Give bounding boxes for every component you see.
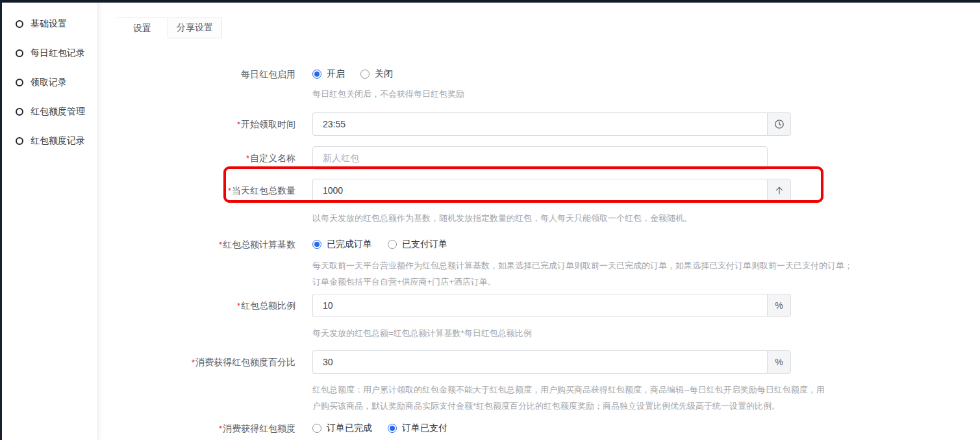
sidebar-item-daily-redpacket-record[interactable]: 每日红包记录 xyxy=(2,38,97,68)
radio-option-completed-order[interactable]: 已完成订单 xyxy=(312,239,372,250)
radio-option-order-completed[interactable]: 订单已完成 xyxy=(312,422,372,434)
form-row-consume-quota: *消费获得红包额度 订单已完成 订单已支付 获取红包额度：用户购买商品产生的红包… xyxy=(99,422,980,440)
radio-option-order-paid[interactable]: 订单已支付 xyxy=(388,422,447,434)
field-label: *自定义名称 xyxy=(99,146,295,164)
required-asterisk: * xyxy=(228,186,231,196)
field-label: *红包总额计算基数 xyxy=(99,238,295,251)
sidebar-item-label: 领取记录 xyxy=(31,77,67,88)
percent-suffix: % xyxy=(767,350,791,374)
field-help-text: 每日红包关闭后，不会获得每日红包奖励 xyxy=(312,86,980,102)
sidebar-item-quota-record[interactable]: 红包额度记录 xyxy=(2,126,97,155)
field-help-text: 红包总额度：用户累计领取的红包金额不能大于红包总额度，用户购买商品获得红包额度，… xyxy=(312,382,980,414)
radio-option-paid-order[interactable]: 已支付订单 xyxy=(388,239,447,250)
circle-icon xyxy=(16,79,23,86)
sidebar-item-claim-record[interactable]: 领取记录 xyxy=(2,68,97,97)
required-asterisk: * xyxy=(219,240,222,250)
sidebar: 基础设置 每日红包记录 领取记录 红包额度管理 红包额度记录 xyxy=(2,3,98,440)
total-ratio-input[interactable] xyxy=(312,294,767,317)
circle-icon xyxy=(16,137,23,145)
radio-unchecked-icon xyxy=(388,240,397,249)
circle-icon xyxy=(16,20,23,28)
sidebar-item-basic-settings[interactable]: 基础设置 xyxy=(2,9,97,38)
tab-settings[interactable]: 设置 xyxy=(117,18,168,38)
sidebar-item-quota-management[interactable]: 红包额度管理 xyxy=(2,97,97,126)
radio-checked-icon xyxy=(312,240,321,249)
required-asterisk: * xyxy=(192,357,195,367)
field-label: *当天红包总数量 xyxy=(99,179,295,197)
field-label: *消费获得红包额度 xyxy=(99,422,295,435)
circle-icon xyxy=(16,108,23,116)
window-left-edge xyxy=(0,0,2,440)
tab-bar: 设置 分享设置 xyxy=(117,18,222,38)
arrow-up-icon[interactable] xyxy=(767,179,791,202)
daily-count-input[interactable] xyxy=(312,179,767,202)
field-label: *红包总额比例 xyxy=(99,294,295,312)
form-row-daily-count: *当天红包总数量 以每天发放的红包总额作为基数，随机发放指定数量的红包，每人每天… xyxy=(99,179,980,226)
field-help-text: 每天发放的红包总额=红包总额计算基数*每日红包总额比例 xyxy=(312,325,980,341)
radio-label: 已支付订单 xyxy=(402,239,447,250)
radio-checked-icon xyxy=(312,70,321,79)
percent-suffix: % xyxy=(767,294,791,317)
sidebar-item-label: 红包额度记录 xyxy=(31,135,85,147)
settings-form: 每日红包启用 开启 关闭 每日红包关闭后，不会获得每日红包奖励 *开始领取时间 xyxy=(99,68,980,440)
radio-checked-icon xyxy=(388,424,397,433)
field-label: *开始领取时间 xyxy=(99,112,295,131)
custom-name-input[interactable] xyxy=(312,146,768,170)
main-content: 设置 分享设置 每日红包启用 开启 关闭 每日红包关闭后，不会获得每日红包奖励 xyxy=(99,3,980,440)
start-time-input[interactable] xyxy=(312,112,767,136)
sidebar-item-label: 红包额度管理 xyxy=(31,106,85,118)
radio-label: 订单已支付 xyxy=(402,422,447,434)
radio-unchecked-icon xyxy=(312,424,321,433)
form-row-total-ratio: *红包总额比例 % 每天发放的红包总额=红包总额计算基数*每日红包总额比例 xyxy=(99,294,980,341)
field-help-text: 每天取前一天平台营业额作为红包总额计算基数，如果选择已完成订单则取前一天已完成的… xyxy=(312,257,980,290)
field-label: 每日红包启用 xyxy=(99,68,295,80)
field-help-text: 以每天发放的红包总额作为基数，随机发放指定数量的红包，每人每天只能领取一个红包，… xyxy=(312,210,980,226)
form-row-total-base: *红包总额计算基数 已完成订单 已支付订单 每天取前一天平台营业额作为红包总额计… xyxy=(99,238,980,290)
required-asterisk: * xyxy=(219,424,222,434)
required-asterisk: * xyxy=(237,301,240,311)
radio-label: 订单已完成 xyxy=(327,422,372,434)
required-asterisk: * xyxy=(237,120,240,129)
clock-icon[interactable] xyxy=(767,112,791,136)
sidebar-item-label: 每日红包记录 xyxy=(31,47,85,59)
form-row-daily-enable: 每日红包启用 开启 关闭 每日红包关闭后，不会获得每日红包奖励 xyxy=(99,68,980,102)
consume-percent-input[interactable] xyxy=(312,350,767,374)
form-row-consume-percent: *消费获得红包额度百分比 % 红包总额度：用户累计领取的红包金额不能大于红包总额… xyxy=(99,350,980,414)
radio-option-enable-on[interactable]: 开启 xyxy=(312,68,345,80)
form-row-start-time: *开始领取时间 xyxy=(99,112,980,136)
required-asterisk: * xyxy=(246,153,249,163)
form-row-custom-name: *自定义名称 xyxy=(99,146,980,170)
radio-label: 关闭 xyxy=(375,68,393,80)
radio-option-enable-off[interactable]: 关闭 xyxy=(360,68,393,80)
radio-unchecked-icon xyxy=(360,70,370,79)
radio-label: 已完成订单 xyxy=(327,239,372,250)
window-top-edge xyxy=(0,0,980,3)
field-label: *消费获得红包额度百分比 xyxy=(99,350,295,369)
tab-share-settings[interactable]: 分享设置 xyxy=(168,18,222,38)
circle-icon xyxy=(16,49,23,57)
sidebar-item-label: 基础设置 xyxy=(31,18,67,30)
radio-label: 开启 xyxy=(327,68,345,80)
